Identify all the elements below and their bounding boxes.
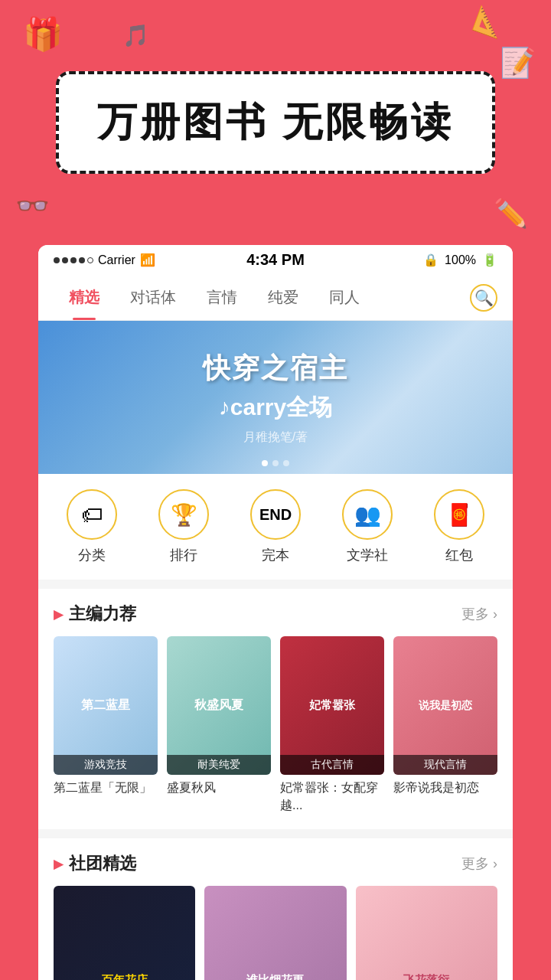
deco-pen: ✏️ (494, 198, 528, 230)
club-picks-title: 社团精选 (54, 852, 136, 875)
book-cover-img-3: 妃常嚣张 (280, 636, 384, 775)
categories: 🏷 分类 🏆 排行 END 完本 👥 文学社 🧧 红包 (38, 474, 513, 580)
banner-dot-3 (283, 460, 289, 466)
club-book-cover-3: 飞花落衍 耐美纯爱 (356, 886, 497, 980)
editor-picks-more[interactable]: 更多 › (461, 605, 497, 623)
editor-picks-section: 主编力荐 更多 › 第二蓝星 游戏竞技 第二蓝星「无限」 秋盛风夏 耐美纯爱 盛… (38, 589, 513, 829)
deco-note2: 🎵 (122, 23, 149, 48)
cat-wanben-label: 完本 (262, 546, 289, 564)
tab-tongren[interactable]: 同人 (314, 275, 375, 320)
deco-note: 📝 (500, 46, 536, 80)
cat-hongbao-label: 红包 (445, 546, 473, 564)
slogan-text: 万册图书 无限畅读 (97, 100, 454, 144)
club-book-img-1: 百年花店 (54, 886, 195, 980)
carrier-label: Carrier (98, 253, 135, 267)
book-name-4: 影帝说我是初恋 (393, 779, 497, 796)
banner-dot-1 (262, 460, 268, 466)
banner-author: 月稚挽笔/著 (203, 430, 348, 446)
top-area: 🎁 📐 📝 👓 ✏️ 🎵 万册图书 无限畅读 (0, 0, 551, 245)
wifi-icon: 📶 (140, 253, 155, 267)
club-book-item-1[interactable]: 百年花店 轻小说 百年花店 (54, 886, 195, 980)
status-right: 🔒 100% 🔋 (423, 253, 497, 267)
cat-hongbao[interactable]: 🧧 红包 (434, 489, 484, 564)
tab-chunai[interactable]: 纯爱 (253, 275, 314, 320)
book-cover-2: 秋盛风夏 耐美纯爱 (167, 636, 271, 775)
deco-gift: 🎁 (23, 15, 63, 53)
battery-icon: 🔋 (482, 253, 497, 267)
cat-wenxueshe-label: 文学社 (347, 546, 388, 564)
cat-wenxueshe-icon: 👥 (342, 489, 393, 540)
banner-content: 快穿之宿主 ♪carry全场 月稚挽笔/著 (203, 350, 348, 446)
cat-wenxueshe[interactable]: 👥 文学社 (342, 489, 393, 564)
banner-subtitle: ♪carry全场 (203, 392, 348, 423)
tab-duihuati[interactable]: 对话体 (115, 275, 191, 320)
banner-dots (262, 460, 289, 466)
book-name-3: 妃常嚣张：女配穿越... (280, 779, 384, 814)
editor-picks-title: 主编力荐 (54, 603, 136, 626)
club-picks-section: 社团精选 更多 › 百年花店 轻小说 百年花店 谁比烟花更 现代言情 谁比烟花更 (38, 838, 513, 980)
status-time: 4:34 PM (246, 251, 305, 269)
club-picks-grid: 百年花店 轻小说 百年花店 谁比烟花更 现代言情 谁比烟花更 飞花落衍 耐美纯爱 (54, 886, 497, 980)
phone-frame: Carrier 📶 4:34 PM 🔒 100% 🔋 精选 对话体 言情 纯爱 … (38, 245, 513, 980)
search-button[interactable]: 🔍 (470, 284, 497, 312)
nav-tabs: 精选 对话体 言情 纯爱 同人 🔍 (38, 275, 513, 321)
signal-dots (54, 257, 93, 263)
cat-fenlei[interactable]: 🏷 分类 (67, 489, 117, 564)
book-cover-4: 说我是初恋 现代言情 (393, 636, 497, 775)
cat-paihang-label: 排行 (170, 546, 197, 564)
editor-picks-grid: 第二蓝星 游戏竞技 第二蓝星「无限」 秋盛风夏 耐美纯爱 盛夏秋风 妃常嚣张 古… (54, 636, 497, 814)
club-picks-header: 社团精选 更多 › (54, 838, 497, 886)
lock-icon: 🔒 (423, 253, 439, 267)
book-item[interactable]: 妃常嚣张 古代言情 妃常嚣张：女配穿越... (280, 636, 384, 814)
book-tag-3: 古代言情 (280, 755, 384, 775)
book-tag-2: 耐美纯爱 (167, 755, 271, 775)
cat-fenlei-icon: 🏷 (67, 489, 117, 540)
battery-label: 100% (445, 253, 476, 267)
cat-wanben-icon: END (250, 489, 301, 540)
book-cover-1: 第二蓝星 游戏竞技 (54, 636, 158, 775)
book-cover-3: 妃常嚣张 古代言情 (280, 636, 384, 775)
slogan-box: 万册图书 无限畅读 (56, 71, 495, 174)
editor-picks-header: 主编力荐 更多 › (54, 589, 497, 636)
club-book-img-3: 飞花落衍 (356, 886, 497, 980)
club-picks-more[interactable]: 更多 › (461, 854, 497, 873)
banner-title: 快穿之宿主 (203, 350, 348, 387)
deco-bookmark: 📐 (471, 3, 510, 41)
book-item[interactable]: 说我是初恋 现代言情 影帝说我是初恋 (393, 636, 497, 814)
book-cover-img-2: 秋盛风夏 (167, 636, 271, 775)
book-item[interactable]: 秋盛风夏 耐美纯爱 盛夏秋风 (167, 636, 271, 814)
cat-wanben[interactable]: END 完本 (250, 489, 301, 564)
book-item[interactable]: 第二蓝星 游戏竞技 第二蓝星「无限」 (54, 636, 158, 814)
cat-fenlei-label: 分类 (78, 546, 106, 564)
book-name-1: 第二蓝星「无限」 (54, 779, 158, 796)
status-bar: Carrier 📶 4:34 PM 🔒 100% 🔋 (38, 245, 513, 275)
club-book-item-3[interactable]: 飞花落衍 耐美纯爱 飞花落衍 (356, 886, 497, 980)
club-book-cover-1: 百年花店 轻小说 (54, 886, 195, 980)
tab-yanqing[interactable]: 言情 (191, 275, 253, 320)
club-book-cover-2: 谁比烟花更 现代言情 (204, 886, 346, 980)
status-left: Carrier 📶 (54, 253, 155, 267)
cat-hongbao-icon: 🧧 (434, 489, 484, 540)
club-book-img-2: 谁比烟花更 (204, 886, 346, 980)
book-name-2: 盛夏秋风 (167, 779, 271, 796)
cat-paihang[interactable]: 🏆 排行 (158, 489, 209, 564)
book-cover-img-4: 说我是初恋 (393, 636, 497, 775)
club-book-item-2[interactable]: 谁比烟花更 现代言情 谁比烟花更 (204, 886, 346, 980)
book-cover-img-1: 第二蓝星 (54, 636, 158, 775)
banner[interactable]: 快穿之宿主 ♪carry全场 月稚挽笔/著 (38, 321, 513, 474)
book-tag-4: 现代言情 (393, 755, 497, 775)
deco-glasses: 👓 (15, 190, 50, 222)
cat-paihang-icon: 🏆 (158, 489, 209, 540)
banner-dot-2 (272, 460, 279, 466)
tab-jingxuan[interactable]: 精选 (54, 275, 115, 320)
book-tag-1: 游戏竞技 (54, 755, 158, 775)
